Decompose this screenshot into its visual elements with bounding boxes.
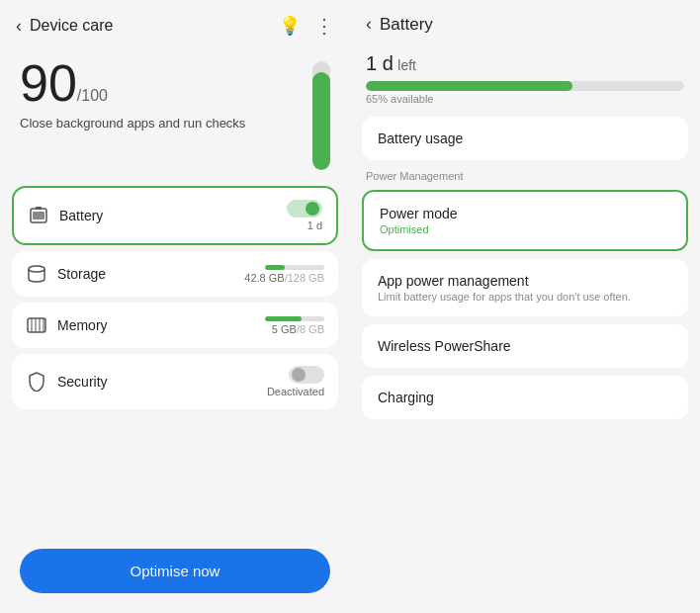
battery-usage-label: Battery usage — [378, 131, 672, 146]
care-item-storage-left: Storage — [26, 263, 106, 285]
care-item-memory-left: Memory — [26, 314, 108, 336]
care-label-battery: Battery — [59, 208, 103, 223]
care-item-security-left: Security — [26, 371, 108, 393]
lightbulb-icon[interactable]: 💡 — [279, 15, 301, 37]
battery-time-suffix: left — [397, 57, 416, 73]
security-icon — [26, 371, 47, 393]
back-arrow-right[interactable]: ‹ — [366, 14, 372, 35]
wireless-powershare-item[interactable]: Wireless PowerShare — [362, 324, 688, 368]
care-list: Battery 1 d Storage — [0, 176, 350, 539]
charging-item[interactable]: Charging — [362, 376, 688, 419]
score-denom: /100 — [77, 87, 108, 104]
care-label-memory: Memory — [57, 317, 108, 333]
right-content: 1 d left 65% available Battery usage Pow… — [350, 44, 700, 425]
app-power-mgmt-item[interactable]: App power management Limit battery usage… — [362, 259, 688, 316]
storage-bar — [265, 265, 324, 270]
left-panel-title: Device care — [30, 17, 113, 35]
left-header-icons: 💡 ⋮ — [279, 14, 334, 38]
care-item-battery[interactable]: Battery 1 d — [12, 186, 338, 245]
security-toggle[interactable] — [289, 366, 324, 384]
care-item-battery-right: 1 d — [287, 200, 322, 231]
svg-rect-2 — [33, 212, 44, 219]
memory-icon — [26, 314, 47, 336]
svg-point-3 — [29, 266, 44, 272]
left-header: ‹ Device care 💡 ⋮ — [0, 0, 350, 47]
care-item-storage[interactable]: Storage 42.8 GB/128 GB — [12, 251, 338, 297]
power-mode-item[interactable]: Power mode Optimised — [362, 190, 688, 251]
battery-bar-fill — [366, 81, 572, 91]
power-mgmt-section-label: Power Management — [362, 168, 688, 182]
optimise-button[interactable]: Optimise now — [20, 549, 330, 593]
left-panel: ‹ Device care 💡 ⋮ 90/100 Close backgroun… — [0, 0, 350, 613]
score-display: 90/100 — [20, 57, 245, 109]
care-item-security-right: Deactivated — [267, 366, 324, 397]
app-power-mgmt-label: App power management — [378, 273, 672, 289]
back-arrow-left[interactable]: ‹ — [16, 16, 22, 37]
score-desc: Close background apps and run checks — [20, 115, 245, 132]
score-section: 90/100 Close background apps and run che… — [0, 47, 350, 176]
security-toggle-knob — [292, 368, 306, 382]
optimise-btn-area: Optimise now — [0, 539, 350, 613]
care-item-storage-right: 42.8 GB/128 GB — [244, 265, 324, 284]
charging-label: Charging — [378, 390, 672, 405]
battery-toggle-knob — [306, 202, 319, 216]
score-left: 90/100 Close background apps and run che… — [20, 57, 245, 132]
care-item-security[interactable]: Security Deactivated — [12, 354, 338, 409]
svg-rect-1 — [36, 207, 42, 210]
battery-icon — [28, 205, 49, 226]
battery-value: 1 d — [307, 219, 322, 231]
battery-time-value: 1 d — [366, 52, 394, 74]
security-value: Deactivated — [267, 386, 324, 397]
care-item-battery-left: Battery — [28, 205, 103, 226]
memory-bar — [265, 316, 324, 321]
storage-value: 42.8 GB/128 GB — [244, 272, 324, 284]
battery-time-display: 1 d left — [366, 52, 684, 75]
svg-rect-4 — [28, 318, 45, 332]
memory-value: 5 GB/8 GB — [272, 323, 324, 335]
right-panel: ‹ Battery 1 d left 65% available Battery… — [350, 0, 700, 613]
right-header: ‹ Battery — [350, 0, 700, 44]
more-options-icon[interactable]: ⋮ — [314, 14, 334, 38]
battery-usage-item[interactable]: Battery usage — [362, 117, 688, 160]
power-mode-label: Power mode — [380, 206, 670, 221]
power-mode-subtitle: Optimised — [380, 223, 670, 235]
care-label-storage: Storage — [57, 266, 106, 282]
care-item-memory[interactable]: Memory 5 GB/8 GB — [12, 303, 338, 348]
care-label-security: Security — [57, 374, 108, 390]
battery-available: 65% available — [366, 93, 684, 105]
battery-time-section: 1 d left 65% available — [362, 50, 688, 109]
care-item-memory-right: 5 GB/8 GB — [265, 316, 324, 335]
storage-bar-fill — [265, 265, 285, 270]
battery-bar — [366, 81, 684, 91]
wireless-powershare-label: Wireless PowerShare — [378, 338, 672, 354]
left-header-left: ‹ Device care — [16, 16, 113, 37]
memory-bar-fill — [265, 316, 302, 321]
right-panel-title: Battery — [380, 15, 433, 35]
score-number: 90 — [20, 54, 77, 112]
app-power-mgmt-desc: Limit battery usage for apps that you do… — [378, 291, 672, 303]
score-bar — [312, 61, 330, 170]
storage-icon — [26, 263, 47, 285]
score-bar-fill — [312, 72, 330, 170]
battery-toggle[interactable] — [287, 200, 322, 218]
